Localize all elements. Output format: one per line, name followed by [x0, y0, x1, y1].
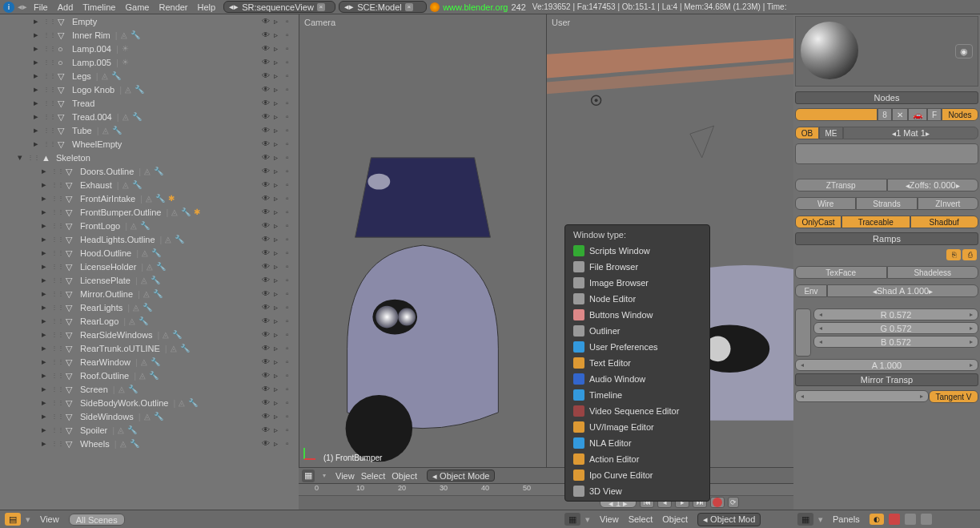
visibility-icon[interactable]: 👁 — [262, 262, 271, 272]
disclosure-icon[interactable]: ▸ — [42, 316, 51, 326]
outliner-item[interactable]: ▸⋮⋮▽Spoiler|◬🔧👁▹▫ — [0, 423, 299, 437]
window-type-video-sequence-editor[interactable]: Video Sequence Editor — [565, 403, 709, 419]
modifier-icon[interactable]: 🔧 — [135, 85, 144, 94]
disclosure-icon[interactable]: ▸ — [42, 411, 51, 421]
object-data-icon[interactable]: ◬ — [125, 85, 131, 94]
object-data-icon[interactable]: ◬ — [133, 303, 139, 312]
disclosure-icon[interactable]: ▸ — [42, 384, 51, 394]
ztransp-button[interactable]: ZTransp — [795, 179, 887, 191]
disclosure-icon[interactable]: ▸ — [34, 57, 43, 67]
object-data-icon[interactable]: ◬ — [118, 385, 125, 393]
env-button[interactable]: Env — [795, 284, 827, 297]
window-type-action-editor[interactable]: Action Editor — [565, 451, 709, 467]
disclosure-icon[interactable]: ▸ — [34, 43, 43, 54]
menu-add[interactable]: Add — [53, 1, 78, 14]
editor-type-icon[interactable]: ▦ — [564, 513, 580, 526]
viewport-menu-select[interactable]: Select — [624, 513, 658, 526]
render-icon[interactable]: ▫ — [286, 303, 295, 312]
selectable-icon[interactable]: ▹ — [274, 44, 283, 54]
window-type-outliner[interactable]: Outliner — [565, 323, 709, 339]
outliner-item[interactable]: ▸⋮⋮▽Empty👁▹▫ — [0, 14, 299, 28]
modifier-icon[interactable]: 🔧 — [154, 167, 163, 175]
disclosure-icon[interactable]: ▸ — [42, 179, 51, 190]
disclosure-icon[interactable]: ▸ — [42, 357, 51, 367]
mode-selector[interactable]: ◂ Object Mod — [697, 513, 761, 526]
disclosure-icon[interactable]: ▸ — [42, 248, 51, 258]
render-icon[interactable]: ▫ — [286, 425, 295, 435]
window-type-file-browser[interactable]: File Browser — [565, 259, 709, 275]
outliner-item[interactable]: ▸⋮⋮▽Inner Rim|◬🔧👁▹▫ — [0, 28, 299, 42]
view-menu[interactable]: View — [35, 513, 64, 526]
disclosure-icon[interactable]: ▸ — [42, 261, 51, 272]
b-slider[interactable]: ◂B 0.572▸ — [813, 336, 978, 348]
selectable-icon[interactable]: ▹ — [274, 398, 283, 408]
onlycast-button[interactable]: OnlyCast — [795, 216, 841, 228]
viewport-menu-view[interactable]: View — [332, 470, 358, 482]
window-type-timeline[interactable]: Timeline — [565, 387, 709, 403]
object-data-icon[interactable]: ◬ — [121, 30, 127, 39]
shadbuf-button[interactable]: Shadbuf — [910, 216, 979, 228]
selectable-icon[interactable]: ▹ — [274, 248, 283, 258]
visibility-icon[interactable]: 👁 — [262, 248, 271, 258]
render-icon[interactable]: ▫ — [286, 112, 295, 122]
selectable-icon[interactable]: ▹ — [274, 208, 283, 217]
render-icon[interactable]: ▫ — [286, 262, 295, 272]
viewport-menu-select[interactable]: Select — [358, 470, 389, 482]
panel-header-ramps[interactable]: Ramps — [795, 232, 978, 245]
window-type-nla-editor[interactable]: NLA Editor — [565, 435, 709, 451]
render-icon[interactable]: ▫ — [286, 30, 295, 40]
render-icon[interactable]: ▫ — [286, 412, 295, 421]
wire-button[interactable]: Wire — [795, 197, 856, 210]
outliner-item[interactable]: ▸⋮⋮▽SideWindows|◬🔧👁▹▫ — [0, 409, 299, 423]
object-data-icon[interactable]: ◬ — [129, 316, 135, 325]
outliner-item[interactable]: ▸⋮⋮▽Mirror.Outline|◬🔧👁▹▫ — [0, 287, 299, 300]
timeline-ruler[interactable]: 0102030405060 — [299, 484, 793, 496]
outliner-item[interactable]: ▸⋮⋮▽RearLights|◬🔧👁▹▫ — [0, 300, 299, 314]
disclosure-icon[interactable]: ▸ — [42, 234, 51, 244]
disclosure-icon[interactable]: ▸ — [42, 275, 51, 285]
visibility-icon[interactable]: 👁 — [262, 30, 271, 40]
modifier-icon[interactable]: 🔧 — [131, 30, 140, 39]
outliner-item[interactable]: ▸⋮⋮▽RearSideWindows|◬🔧👁▹▫ — [0, 328, 299, 341]
render-icon[interactable]: ▫ — [286, 289, 295, 299]
visibility-icon[interactable]: 👁 — [262, 85, 271, 95]
close-icon[interactable]: × — [317, 3, 325, 11]
selectable-icon[interactable]: ▹ — [274, 126, 283, 135]
object-data-icon[interactable]: ◬ — [102, 71, 108, 80]
object-data-icon[interactable]: ◬ — [165, 235, 171, 244]
disclosure-icon[interactable]: ▸ — [34, 71, 43, 81]
outliner-item[interactable]: ▸⋮⋮▽RearWindow|◬🔧👁▹▫ — [0, 355, 299, 369]
outliner-item[interactable]: ▸⋮⋮▽Legs|◬🔧👁▹▫ — [0, 69, 299, 83]
render-icon[interactable]: ▫ — [286, 385, 295, 394]
visibility-icon[interactable]: 👁 — [262, 289, 271, 299]
modifier-icon[interactable]: 🔧 — [153, 289, 163, 298]
menu-file[interactable]: File — [29, 1, 53, 14]
object-data-icon[interactable]: ◬ — [120, 439, 127, 448]
editor-type-dropdown-icon[interactable]: ◂▸ — [18, 2, 26, 12]
material-slot[interactable]: ◂ 1 Mat 1 ▸ — [843, 127, 978, 139]
render-icon[interactable]: ▫ — [286, 248, 295, 258]
window-type-user-preferences[interactable]: User Preferences — [565, 339, 709, 355]
render-icon[interactable]: ▫ — [286, 330, 295, 340]
color-swatch[interactable] — [795, 308, 811, 357]
chevron-down-icon[interactable]: ▾ — [585, 514, 590, 525]
modifier-icon[interactable]: 🔧 — [139, 316, 148, 325]
selectable-icon[interactable]: ▹ — [274, 17, 283, 26]
window-type-image-browser[interactable]: Image Browser — [565, 275, 709, 291]
visibility-icon[interactable]: 👁 — [262, 412, 271, 421]
menu-timeline[interactable]: Timeline — [78, 1, 120, 14]
outliner-item[interactable]: ▸⋮⋮▽Tread.004|◬🔧👁▹▫ — [0, 110, 299, 123]
object-data-icon[interactable]: ◬ — [122, 180, 129, 189]
ob-button[interactable]: OB — [795, 127, 819, 139]
selectable-icon[interactable]: ▹ — [274, 99, 283, 108]
viewport-camera[interactable]: Camera (1) FrontBumper — [299, 14, 546, 467]
render-icon[interactable]: ▫ — [286, 344, 295, 353]
visibility-icon[interactable]: 👁 — [262, 44, 271, 54]
disclosure-icon[interactable]: ▸ — [42, 370, 51, 381]
disclosure-icon[interactable]: ▸ — [34, 111, 43, 122]
render-icon[interactable]: ▫ — [286, 235, 295, 244]
outliner-item[interactable]: ▸⋮⋮▽Tread👁▹▫ — [0, 96, 299, 110]
render-icon[interactable]: ▫ — [286, 398, 295, 408]
render-icon[interactable]: ▫ — [286, 208, 295, 217]
selectable-icon[interactable]: ▹ — [274, 194, 283, 204]
